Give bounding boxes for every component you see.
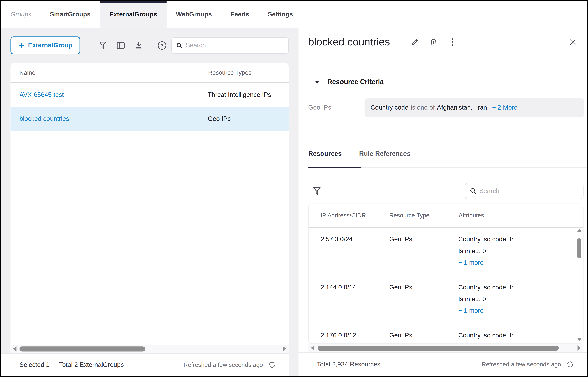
header-divider	[399, 32, 399, 52]
resources-toolbar	[308, 183, 584, 199]
toolbar-divider	[152, 38, 152, 53]
attributes-more-link[interactable]: + 1 more	[458, 257, 513, 268]
active-tab-indicator	[308, 167, 361, 168]
scroll-right-arrow-icon[interactable]	[283, 346, 286, 352]
refresh-icon[interactable]	[566, 360, 574, 368]
scroll-up-arrow-icon[interactable]	[577, 229, 582, 232]
criteria-more-link[interactable]: + 2 More	[492, 104, 518, 111]
scroll-down-arrow-icon[interactable]	[577, 338, 582, 341]
create-externalgroup-button[interactable]: ExternalGroup	[11, 36, 80, 54]
resource-type-cell: Geo IPs	[381, 234, 450, 268]
attribute-line: Country iso code: Ir	[458, 282, 513, 293]
resource-type-cell: Geo IPs	[381, 330, 450, 344]
attributes-cell: Country iso code: Ir Is in eu: 0	[450, 330, 513, 344]
refresh-status: Refreshed a few seconds ago	[184, 361, 276, 369]
list-toolbar: ExternalGroup	[1, 28, 289, 63]
scrollbar-thumb[interactable]	[577, 238, 581, 258]
tabs-underline	[308, 167, 587, 168]
column-header-name[interactable]: Name	[11, 69, 200, 76]
selected-count: Selected 1	[20, 361, 50, 368]
table-empty-space	[11, 131, 289, 345]
section-divider	[308, 127, 587, 127]
resource-criteria-section: Resource Criteria	[308, 78, 587, 86]
scroll-left-arrow-icon[interactable]	[13, 346, 17, 352]
resource-criteria-title: Resource Criteria	[327, 78, 384, 86]
ip-cidr-cell: 2.57.3.0/24	[309, 234, 381, 268]
create-button-label: ExternalGroup	[28, 42, 73, 49]
resources-table: IP Address/CIDR Resource Type Attributes…	[308, 203, 584, 344]
delete-icon[interactable]	[429, 38, 438, 46]
tab-rule-references[interactable]: Rule References	[359, 148, 410, 159]
scroll-left-arrow-icon[interactable]	[311, 345, 314, 351]
criteria-expression: Country code is one of Afghanistan, Iran…	[365, 98, 584, 117]
close-icon[interactable]	[568, 38, 577, 46]
detail-header: blocked countries	[299, 28, 587, 56]
detail-tabs: Resources Rule References	[308, 148, 587, 159]
column-header-ip[interactable]: IP Address/CIDR	[309, 212, 381, 219]
externalgroups-table: Name Resource Types AVX-65645 test Threa…	[11, 63, 289, 353]
externalgroups-list-panel: ExternalGroup	[1, 28, 289, 376]
externalgroup-detail-panel: blocked countries	[299, 28, 587, 376]
toolbar-divider	[89, 38, 89, 53]
resource-types-cell: Geo IPs	[200, 115, 231, 122]
resources-search-input[interactable]	[479, 187, 579, 195]
attributes-cell: Country iso code: Ir Is in eu: 0 + 1 mor…	[450, 282, 513, 317]
resources-header-row: IP Address/CIDR Resource Type Attributes	[309, 204, 583, 227]
attributes-more-link[interactable]: + 1 more	[458, 305, 513, 316]
vertical-scrollbar	[577, 229, 582, 341]
criteria-operator: is one of	[411, 104, 435, 111]
tab-smartgroups[interactable]: SmartGroups	[40, 1, 100, 28]
main-area: ExternalGroup	[1, 28, 587, 376]
plus-icon	[18, 42, 24, 48]
columns-icon[interactable]	[116, 41, 125, 50]
svg-text:?: ?	[161, 43, 164, 48]
externalgroup-name-link[interactable]: blocked countries	[11, 115, 200, 122]
criteria-field: Country code	[371, 104, 409, 111]
attribute-line: Is in eu: 0	[458, 341, 513, 344]
tab-feeds[interactable]: Feeds	[221, 1, 258, 28]
collapse-caret-icon[interactable]	[315, 81, 320, 83]
attributes-cell: Country iso code: Ir Is in eu: 0 + 1 mor…	[450, 234, 513, 268]
download-icon[interactable]	[134, 41, 143, 50]
filter-icon[interactable]	[313, 186, 321, 195]
more-actions-icon[interactable]	[448, 38, 456, 46]
attribute-line: Is in eu: 0	[458, 245, 513, 257]
table-header-row: Name Resource Types	[11, 63, 289, 82]
groups-search-input[interactable]	[186, 42, 284, 49]
table-row[interactable]: AVX-65645 test Threat Intelligence IPs	[11, 83, 289, 107]
tab-settings[interactable]: Settings	[258, 1, 302, 28]
resources-search-box	[465, 183, 583, 199]
tab-webgroups[interactable]: WebGroups	[166, 1, 221, 28]
selection-summary: Selected 1 Total 2 ExternalGroups	[20, 361, 124, 368]
tab-resources[interactable]: Resources	[308, 148, 342, 159]
panel-gap	[289, 28, 299, 376]
resource-row: 2.176.0.0/12 Geo IPs Country iso code: I…	[309, 324, 583, 344]
app-window: Groups SmartGroups ExternalGroups WebGro…	[0, 0, 588, 377]
search-icon	[176, 42, 183, 49]
scrollbar-thumb[interactable]	[318, 346, 559, 351]
resources-status-bar: Total 2,934 Resources Refreshed a few se…	[299, 352, 587, 376]
search-icon	[470, 188, 476, 194]
attribute-line: Country iso code: Ir	[458, 234, 513, 245]
refreshed-timestamp: Refreshed a few seconds ago	[482, 361, 561, 368]
help-icon[interactable]: ?	[157, 41, 166, 50]
criteria-values: Afghanistan, Iran,	[437, 104, 489, 111]
filter-icon[interactable]	[98, 41, 107, 50]
criteria-row: Geo IPs Country code is one of Afghanist…	[308, 98, 584, 117]
scrollbar-thumb[interactable]	[20, 346, 145, 351]
scroll-right-arrow-icon[interactable]	[577, 345, 581, 351]
groups-status-bar: Selected 1 Total 2 ExternalGroups Refres…	[1, 353, 289, 376]
edit-icon[interactable]	[410, 38, 419, 46]
tab-externalgroups[interactable]: ExternalGroups	[100, 1, 166, 28]
column-header-attributes[interactable]: Attributes	[450, 212, 484, 219]
refresh-status: Refreshed a few seconds ago	[482, 360, 574, 368]
column-header-resource-type[interactable]: Resource Type	[381, 212, 450, 219]
groups-search-box	[171, 37, 289, 54]
ip-cidr-cell: 2.176.0.0/12	[309, 330, 381, 344]
externalgroup-name-link[interactable]: AVX-65645 test	[11, 91, 200, 99]
table-row-selected[interactable]: blocked countries Geo IPs	[11, 107, 289, 131]
resource-row: 2.144.0.0/14 Geo IPs Country iso code: I…	[309, 276, 583, 324]
column-header-resource-types[interactable]: Resource Types	[201, 69, 251, 76]
refreshed-timestamp: Refreshed a few seconds ago	[184, 361, 263, 368]
refresh-icon[interactable]	[268, 361, 276, 369]
